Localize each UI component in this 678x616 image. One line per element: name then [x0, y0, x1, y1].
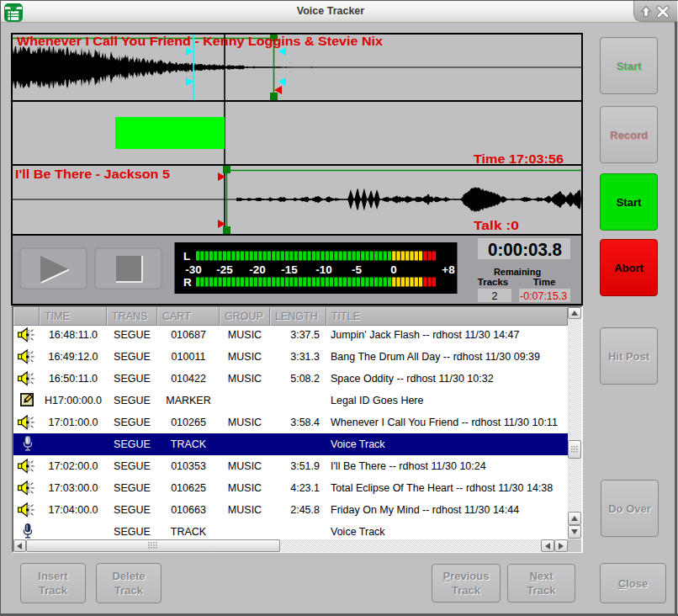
- svg-text:Whenever I Call You Friend - K: Whenever I Call You Friend - Kenny Loggi…: [17, 35, 383, 48]
- svg-text:R: R: [183, 276, 192, 289]
- svg-text:L: L: [183, 250, 190, 263]
- svg-text:-30: -30: [185, 263, 202, 276]
- svg-text:0: 0: [390, 263, 397, 276]
- svg-text:-0:07:15.3: -0:07:15.3: [520, 290, 567, 302]
- svg-text:-25: -25: [216, 263, 233, 276]
- svg-text:0:00:03.8: 0:00:03.8: [488, 240, 562, 260]
- svg-text:2: 2: [492, 290, 498, 302]
- svg-text:Remaining: Remaining: [494, 267, 541, 277]
- svg-text:-20: -20: [249, 263, 266, 276]
- svg-text:-5: -5: [352, 263, 362, 276]
- svg-text:Time: Time: [533, 277, 556, 287]
- svg-text:I'll Be There - Jackson 5: I'll Be There - Jackson 5: [15, 167, 170, 181]
- svg-text:Time 17:03:56: Time 17:03:56: [474, 152, 564, 166]
- svg-text:+8: +8: [442, 263, 455, 276]
- svg-text:-15: -15: [281, 263, 298, 276]
- svg-text:Tracks: Tracks: [478, 277, 508, 287]
- svg-text:-10: -10: [315, 263, 332, 276]
- svg-text:Talk :0: Talk :0: [474, 219, 519, 232]
